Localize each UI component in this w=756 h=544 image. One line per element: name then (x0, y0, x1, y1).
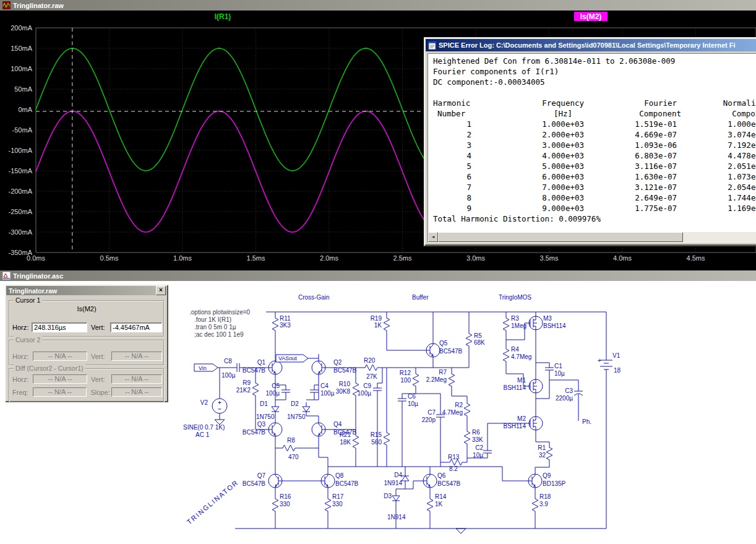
R20-val[interactable]: 27K (366, 373, 377, 380)
V1-ref[interactable]: V1 (612, 352, 621, 359)
V2-symbol[interactable] (212, 399, 227, 413)
R6-symbol[interactable] (464, 428, 470, 447)
R19-ref[interactable]: R19 (371, 315, 382, 322)
V2-sine[interactable]: SINE(0 0.7 1K) (183, 424, 225, 431)
C6-ref[interactable]: C6 (408, 393, 416, 400)
Q2-val[interactable]: BC547B (333, 367, 357, 374)
R7-ref[interactable]: R7 (439, 369, 447, 376)
error-log-titlebar[interactable]: SPICE Error Log: C:\Documents and Settin… (426, 39, 756, 51)
directive-ac[interactable]: ;ac dec 100 1 1e9 (194, 331, 244, 338)
Q5-val[interactable]: BC547B (439, 348, 463, 355)
R4-symbol[interactable] (503, 346, 509, 365)
section-cross-gain[interactable]: Cross-Gain (298, 294, 330, 301)
R11-symbol[interactable] (272, 315, 278, 334)
Q4-symbol[interactable] (312, 416, 331, 443)
C2-ref[interactable]: C2 (475, 444, 483, 451)
R8-symbol[interactable] (280, 445, 298, 451)
R3-ref[interactable]: R3 (511, 315, 519, 322)
trace-label-IsM2[interactable]: Is(M2) (580, 12, 602, 21)
C3-val[interactable]: 2200µ (556, 395, 573, 402)
D1-ref[interactable]: D1 (260, 400, 268, 407)
R12-val[interactable]: 100 (400, 377, 411, 384)
R6-val[interactable]: 33K (472, 436, 483, 443)
C7-val[interactable]: 220p (422, 417, 436, 423)
C4-val[interactable]: 100µ (320, 390, 335, 397)
D2-ref[interactable]: D2 (291, 400, 299, 407)
D1-val[interactable]: 1N750 (256, 413, 275, 420)
Q7-symbol[interactable] (268, 467, 288, 494)
R2-symbol[interactable] (464, 400, 470, 419)
R19-val[interactable]: 1K (374, 322, 382, 329)
Q9-symbol[interactable] (523, 467, 542, 494)
R14-val[interactable]: 1K (435, 501, 443, 507)
C9-ref[interactable]: C9 (363, 382, 371, 389)
R18-val[interactable]: 3.9 (539, 501, 548, 507)
scroll-left-button[interactable]: ◄ (428, 232, 438, 242)
R5-ref[interactable]: R5 (474, 332, 482, 339)
R18-ref[interactable]: R18 (539, 493, 551, 500)
section-buffer[interactable]: Buffer (412, 294, 429, 301)
M2-symbol[interactable] (525, 412, 543, 434)
R18-symbol[interactable] (532, 496, 538, 514)
R11-ref[interactable]: R11 (280, 315, 291, 322)
ph-flag-label[interactable]: Ph. (582, 418, 591, 425)
Q8-val[interactable]: BC547B (335, 480, 359, 487)
V1-symbol[interactable] (600, 360, 612, 369)
C5-ref[interactable]: C5 (272, 382, 280, 389)
V2-ref[interactable]: V2 (200, 399, 208, 406)
Q9-val[interactable]: BD135P (543, 480, 566, 487)
R5-symbol[interactable] (466, 330, 472, 349)
C1-symbol[interactable] (545, 363, 554, 375)
Q6-ref[interactable]: Q6 (437, 472, 446, 479)
R3-val[interactable]: 1Meg (511, 322, 526, 329)
Q3-ref[interactable]: Q3 (257, 421, 266, 428)
R15-val[interactable]: 560 (371, 439, 382, 446)
R11-val[interactable]: 3K3 (280, 322, 291, 329)
cursor-dialog[interactable]: Tringlinator.raw × Cursor 1 Is(M2) Horz:… (5, 285, 168, 402)
R10-ref[interactable]: R10 (339, 381, 351, 387)
C4-symbol[interactable] (310, 385, 319, 397)
R16-val[interactable]: 330 (280, 501, 290, 507)
C3-ref[interactable]: C3 (565, 387, 573, 394)
C1-ref[interactable]: C1 (554, 363, 562, 369)
close-button[interactable]: × (156, 286, 166, 295)
R4-val[interactable]: 4.7Meg (511, 353, 531, 360)
directive-tran[interactable]: .tran 0 5m 0 1µ (194, 324, 236, 330)
R2-val[interactable]: 4.7Meg (442, 409, 463, 416)
Q8-symbol[interactable] (316, 467, 335, 494)
R13-ref[interactable]: R13 (448, 454, 460, 460)
Q9-ref[interactable]: Q9 (543, 472, 551, 479)
R6-ref[interactable]: R6 (472, 429, 480, 436)
C8-ref[interactable]: C8 (224, 358, 232, 365)
Q6-val[interactable]: BC547B (437, 480, 461, 487)
R21-val[interactable]: 18K (340, 439, 351, 446)
trace-label-IR1[interactable]: I(R1) (215, 12, 231, 21)
Q8-ref[interactable]: Q8 (335, 472, 344, 479)
D3-symbol[interactable] (392, 491, 400, 505)
error-log-window[interactable]: SPICE Error Log: C:\Documents and Settin… (424, 37, 756, 246)
C7-ref[interactable]: C7 (427, 409, 436, 416)
R15-symbol[interactable] (384, 430, 390, 448)
R1-symbol[interactable] (546, 444, 552, 463)
directive-options[interactable]: .options plotwinsize=0 (189, 309, 251, 316)
C2-val[interactable]: 10µ (473, 452, 483, 459)
C4-ref[interactable]: C4 (320, 382, 329, 389)
C9-val[interactable]: 100µ (358, 390, 372, 397)
horizontal-scrollbar[interactable]: ◄ ► (428, 232, 756, 242)
cursor-dialog-titlebar[interactable]: Tringlinator.raw × (6, 286, 167, 295)
R1-val[interactable]: 32 (539, 452, 546, 459)
C8-val[interactable]: 100µ (221, 372, 236, 379)
R13-val[interactable]: 8.2 (449, 465, 458, 472)
C5-symbol[interactable] (281, 385, 290, 397)
R10-val[interactable]: 30K8 (336, 388, 351, 395)
R12-symbol[interactable] (413, 371, 419, 389)
R17-val[interactable]: 330 (332, 501, 343, 507)
R8-ref[interactable]: R8 (287, 437, 295, 444)
waveform-titlebar[interactable]: Tringlinator.raw (0, 0, 756, 11)
R16-ref[interactable]: R16 (280, 493, 291, 500)
Q2-ref[interactable]: Q2 (333, 359, 342, 366)
D3-val[interactable]: 1N914 (387, 514, 406, 520)
R14-symbol[interactable] (427, 496, 433, 514)
Q4-ref[interactable]: Q4 (333, 421, 342, 428)
Q6-symbol[interactable] (418, 467, 437, 494)
